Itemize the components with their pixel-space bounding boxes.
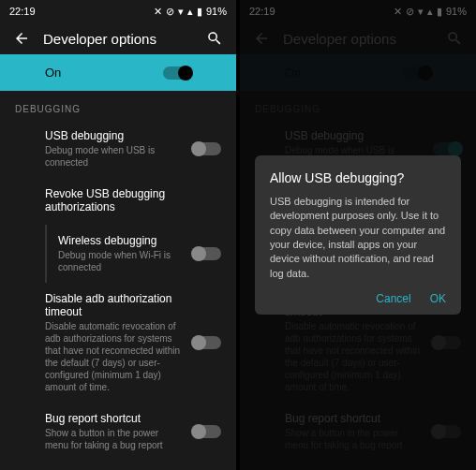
setting-item[interactable]: Enable verbose vendor loggingInclude add… xyxy=(0,461,236,467)
setting-primary: Disable adb authorization timeout xyxy=(45,292,184,318)
statusbar: 22:19 ✕ ⊘ ▾ ▴ ▮ 91% xyxy=(0,0,236,22)
dialog-overlay: Allow USB debugging? USB debugging is in… xyxy=(240,0,476,470)
master-toggle[interactable]: On xyxy=(0,54,236,91)
setting-primary: Revoke USB debugging authorizations xyxy=(45,187,221,213)
setting-secondary: Debug mode when Wi-Fi is connected xyxy=(58,249,184,273)
setting-item[interactable]: Wireless debuggingDebug mode when Wi-Fi … xyxy=(45,225,236,283)
toggle-switch[interactable] xyxy=(193,247,221,260)
back-icon[interactable] xyxy=(13,30,30,47)
dialog-body: USB debugging is intended for developmen… xyxy=(270,195,446,281)
toggle-switch[interactable] xyxy=(193,336,221,349)
setting-secondary: Debug mode when USB is connected xyxy=(45,144,184,169)
usb-debugging-dialog: Allow USB debugging? USB debugging is in… xyxy=(255,155,461,315)
setting-secondary: Disable automatic revocation of adb auth… xyxy=(45,320,184,393)
master-toggle-label: On xyxy=(45,66,163,80)
dialog-title: Allow USB debugging? xyxy=(270,170,446,185)
header: Developer options xyxy=(0,22,236,54)
dialog-actions: Cancel OK xyxy=(270,292,446,305)
phone-right: 22:19 ✕ ⊘ ▾ ▴ ▮ 91% Developer options On… xyxy=(240,0,476,470)
switch-icon xyxy=(163,66,191,80)
ok-button[interactable]: OK xyxy=(430,292,446,305)
phone-left: 22:19 ✕ ⊘ ▾ ▴ ▮ 91% Developer options On… xyxy=(0,0,236,470)
setting-item[interactable]: USB debuggingDebug mode when USB is conn… xyxy=(0,120,236,178)
setting-item[interactable]: Bug report shortcutShow a button in the … xyxy=(0,403,236,461)
page-title: Developer options xyxy=(43,31,193,47)
wifi-icon: ▾ xyxy=(178,6,184,18)
search-icon[interactable] xyxy=(206,30,223,47)
cancel-button[interactable]: Cancel xyxy=(376,292,410,305)
settings-list: DEBUGGING USB debuggingDebug mode when U… xyxy=(0,91,236,467)
toggle-switch[interactable] xyxy=(193,425,221,438)
setting-item[interactable]: Revoke USB debugging authorizations xyxy=(0,178,236,225)
setting-secondary: Show a button in the power menu for taki… xyxy=(45,427,184,451)
clock: 22:19 xyxy=(9,6,36,17)
setting-item[interactable]: Disable adb authorization timeoutDisable… xyxy=(0,283,236,403)
toggle-switch[interactable] xyxy=(193,142,221,155)
alarm-icon: ⊘ xyxy=(166,6,174,18)
battery-icon: ▮ xyxy=(197,6,202,18)
signal-icon: ▴ xyxy=(187,6,193,18)
setting-primary: Wireless debugging xyxy=(58,234,184,247)
setting-primary: USB debugging xyxy=(45,129,184,142)
battery-pct: 91% xyxy=(206,6,227,17)
setting-primary: Bug report shortcut xyxy=(45,412,184,425)
dnd-icon: ✕ xyxy=(154,6,162,18)
section-header: DEBUGGING xyxy=(0,91,236,120)
